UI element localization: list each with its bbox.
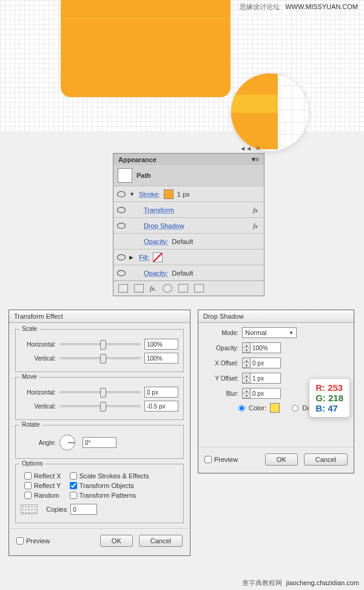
dropshadow-effect-link[interactable]: Drop Shadow bbox=[144, 222, 184, 229]
appearance-title: Appearance bbox=[118, 156, 157, 163]
angle-input[interactable] bbox=[83, 437, 116, 448]
ok-button[interactable]: OK bbox=[265, 453, 298, 466]
cancel-button[interactable]: Cancel bbox=[139, 535, 183, 547]
mode-select[interactable]: Normal bbox=[242, 327, 297, 338]
object-opacity-row[interactable]: Opacity: Default bbox=[113, 265, 264, 280]
opacity-link[interactable]: Opacity: bbox=[144, 238, 168, 245]
effect-dropshadow-row[interactable]: Drop Shadow fx bbox=[113, 217, 264, 233]
rotate-legend: Rotate bbox=[19, 421, 42, 428]
reference-point-icon[interactable] bbox=[21, 504, 38, 514]
x-offset-input[interactable] bbox=[251, 358, 281, 368]
fill-color-swatch[interactable] bbox=[153, 253, 163, 262]
move-legend: Move bbox=[19, 373, 39, 380]
scale-v-slider[interactable] bbox=[59, 357, 141, 359]
dialog-titlebar[interactable]: Transform Effect bbox=[9, 310, 190, 323]
panel-close-icon[interactable]: ✕ bbox=[255, 145, 260, 152]
fx-icon[interactable]: fx bbox=[253, 222, 258, 229]
random-checkbox[interactable]: Random bbox=[24, 492, 61, 499]
fill-link[interactable]: Fill: bbox=[139, 254, 149, 261]
move-v-slider[interactable] bbox=[59, 405, 141, 407]
reflect-y-checkbox[interactable]: Reflect Y bbox=[24, 482, 61, 489]
new-stroke-icon[interactable] bbox=[134, 284, 144, 293]
opacity-input[interactable] bbox=[251, 342, 281, 353]
delete-icon[interactable] bbox=[194, 284, 204, 293]
magnifier-preview bbox=[231, 73, 309, 152]
duplicate-icon[interactable] bbox=[178, 284, 188, 293]
options-group: Options Reflect X Reflect Y Random Scale… bbox=[15, 464, 184, 523]
new-fill-icon[interactable] bbox=[118, 284, 128, 293]
opacity-link[interactable]: Opacity: bbox=[144, 270, 168, 277]
y-offset-input[interactable] bbox=[251, 373, 281, 384]
clear-icon[interactable] bbox=[163, 284, 172, 293]
panel-controls: ◄◄ ✕ bbox=[240, 145, 260, 152]
mode-label: Mode: bbox=[204, 330, 238, 336]
transform-effect-link[interactable]: Transform bbox=[144, 206, 174, 214]
x-offset-stepper[interactable]: ▴▾ bbox=[242, 358, 281, 368]
fx-icon[interactable]: fx bbox=[253, 206, 258, 214]
object-thumbnail[interactable] bbox=[118, 169, 132, 182]
options-legend: Options bbox=[19, 460, 45, 467]
visibility-toggle-icon[interactable] bbox=[117, 206, 126, 214]
watermark-url: WWW.MISSYUAN.COM bbox=[285, 3, 358, 10]
stroke-opacity-row[interactable]: Opacity: Default bbox=[113, 233, 264, 249]
move-h-slider[interactable] bbox=[59, 391, 141, 393]
rgb-green: G: 218 bbox=[315, 393, 343, 403]
angle-wheel[interactable] bbox=[59, 435, 75, 450]
watermark-cn: 查字典教程网 bbox=[242, 579, 282, 586]
watermark-url: jiaocheng.chazidian.com bbox=[286, 579, 359, 586]
cancel-button[interactable]: Cancel bbox=[304, 453, 348, 466]
panel-menu-icon[interactable]: ▾≡ bbox=[252, 155, 259, 163]
watermark-bottom: 查字典教程网 jiaocheng.chazidian.com bbox=[242, 578, 359, 588]
expand-arrow-icon[interactable]: ▶ bbox=[129, 254, 135, 260]
blur-stepper[interactable]: ▴▾ bbox=[242, 388, 281, 399]
appearance-tab[interactable]: Appearance ▾≡ bbox=[113, 154, 264, 165]
visibility-toggle-icon[interactable] bbox=[117, 222, 126, 230]
panel-collapse-icon[interactable]: ◄◄ bbox=[240, 145, 252, 152]
watermark-cn: 思缘设计论坛 bbox=[240, 3, 280, 10]
visibility-toggle-icon[interactable] bbox=[117, 190, 126, 198]
stroke-link[interactable]: Stroke: bbox=[139, 191, 160, 198]
stroke-row[interactable]: ▼ Stroke: 1 px bbox=[113, 186, 264, 202]
effect-transform-row[interactable]: Transform fx bbox=[113, 202, 264, 217]
folder-shape bbox=[61, 0, 231, 97]
appearance-footer: fx. bbox=[113, 280, 264, 296]
opacity-value: Default bbox=[172, 238, 193, 245]
x-offset-label: X Offset: bbox=[204, 360, 238, 367]
stroke-weight[interactable]: 1 px bbox=[177, 191, 190, 198]
blur-input[interactable] bbox=[251, 388, 281, 399]
move-v-label: Vertical: bbox=[21, 403, 56, 410]
y-offset-stepper[interactable]: ▴▾ bbox=[242, 373, 281, 384]
ok-button[interactable]: OK bbox=[100, 535, 133, 547]
opacity-stepper[interactable]: ▴▾ bbox=[242, 342, 281, 353]
darkness-radio[interactable] bbox=[292, 405, 298, 412]
rgb-tooltip: R: 253 G: 218 B: 47 bbox=[309, 378, 350, 418]
transform-objects-checkbox[interactable]: Transform Objects bbox=[70, 482, 149, 489]
visibility-toggle-icon[interactable] bbox=[117, 269, 126, 277]
scale-h-label: Horizontal: bbox=[21, 341, 56, 348]
scale-group: Scale Horizontal: Vertical: bbox=[15, 329, 184, 372]
scale-h-slider[interactable] bbox=[59, 343, 141, 345]
scale-v-input[interactable] bbox=[144, 353, 178, 364]
move-h-label: Horizontal: bbox=[21, 389, 56, 396]
preview-checkbox[interactable]: Preview bbox=[204, 456, 238, 463]
preview-checkbox[interactable]: Preview bbox=[16, 537, 50, 544]
rotate-group: Rotate Angle: bbox=[15, 425, 184, 459]
add-effect-icon[interactable]: fx. bbox=[150, 285, 157, 292]
transform-patterns-checkbox[interactable]: Transform Patterns bbox=[70, 492, 149, 499]
copies-input[interactable] bbox=[70, 504, 97, 515]
visibility-toggle-icon[interactable] bbox=[117, 253, 126, 262]
object-type-label: Path bbox=[136, 172, 151, 179]
move-h-input[interactable] bbox=[144, 387, 178, 398]
shadow-color-swatch[interactable] bbox=[270, 403, 280, 413]
color-radio[interactable] bbox=[238, 405, 245, 412]
stroke-color-swatch[interactable] bbox=[164, 189, 174, 199]
fill-row[interactable]: ▶ Fill: bbox=[113, 249, 264, 265]
expand-arrow-icon[interactable]: ▼ bbox=[129, 191, 135, 197]
scale-strokes-checkbox[interactable]: Scale Strokes & Effects bbox=[70, 472, 149, 480]
dialog-titlebar[interactable]: Drop Shadow bbox=[198, 310, 354, 323]
reflect-x-checkbox[interactable]: Reflect X bbox=[24, 472, 61, 480]
move-v-input[interactable] bbox=[144, 401, 178, 412]
rgb-blue: B: 47 bbox=[315, 403, 343, 413]
y-offset-label: Y Offset: bbox=[204, 375, 238, 382]
scale-h-input[interactable] bbox=[144, 339, 178, 350]
